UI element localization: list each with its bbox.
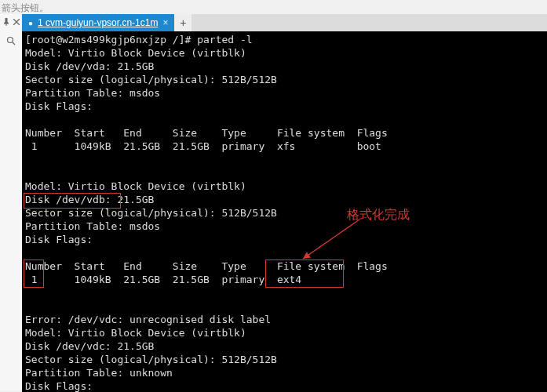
- out-vda-2: Sector size (logical/physical): 512B/512…: [25, 74, 277, 85]
- search-icon[interactable]: [6, 36, 16, 45]
- pin-icon[interactable]: [2, 18, 10, 26]
- left-gutter: [0, 14, 23, 390]
- tab-active-indicator: ●: [28, 19, 33, 27]
- out-vdc-3: Sector size (logical/physical): 512B/512…: [25, 354, 277, 365]
- out-vdc-5: Disk Flags:: [25, 380, 93, 392]
- out-vdb-1: Disk /dev/vdb: 21.5GB: [25, 194, 154, 205]
- out-vdc-1: Model: Virtio Block Device (virtblk): [25, 327, 246, 339]
- out-vdb-6: Number Start End Size Type File system F…: [25, 260, 388, 272]
- close-icon[interactable]: [13, 19, 20, 25]
- instruction-text: 箭头按钮。: [2, 2, 49, 15]
- out-vda-4: Disk Flags:: [25, 100, 93, 112]
- out-vdb-4: Disk Flags:: [25, 234, 93, 245]
- out-vdc-4: Partition Table: unknown: [25, 367, 173, 379]
- out-vdb-7: 1 1049kB 21.5GB 21.5GB primary ext4: [25, 274, 301, 285]
- out-vda-7: 1 1049kB 21.5GB 21.5GB primary xfs boot: [25, 140, 381, 152]
- out-vdb-0: Model: Virtio Block Device (virtblk): [25, 180, 246, 192]
- prompt: [root@w2ms499kgjp6nxjzp /]#: [25, 34, 197, 45]
- tab-close-icon[interactable]: ×: [162, 17, 168, 28]
- tab-title: 1 cvm-guiyun-vpsor.cn-1c1m: [38, 17, 158, 28]
- out-vdc-0: Error: /dev/vdc: unrecognised disk label: [25, 314, 271, 325]
- tab-session-1[interactable]: ● 1 cvm-guiyun-vpsor.cn-1c1m ×: [22, 14, 174, 31]
- tab-add-button[interactable]: +: [174, 14, 191, 31]
- out-vdb-3: Partition Table: msdos: [25, 220, 160, 232]
- out-vdc-2: Disk /dev/vdc: 21.5GB: [25, 340, 154, 352]
- command: parted -l: [197, 34, 252, 45]
- svg-point-0: [8, 38, 13, 43]
- out-vda-6: Number Start End Size Type File system F…: [25, 127, 388, 139]
- out-vda-0: Model: Virtio Block Device (virtblk): [25, 47, 246, 59]
- out-vdb-2: Sector size (logical/physical): 512B/512…: [25, 207, 277, 219]
- out-vda-1: Disk /dev/vda: 21.5GB: [25, 60, 154, 72]
- tab-bar: ● 1 cvm-guiyun-vpsor.cn-1c1m × +: [22, 14, 547, 31]
- terminal-output[interactable]: [root@w2ms499kgjp6nxjzp /]# parted -l Mo…: [22, 31, 547, 392]
- out-vda-3: Partition Table: msdos: [25, 87, 160, 99]
